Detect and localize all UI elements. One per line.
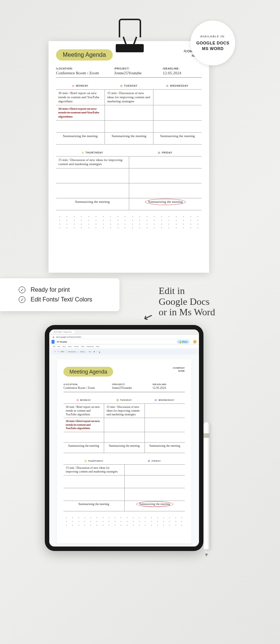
deadline-value: 12.05.2024 bbox=[163, 71, 202, 75]
annotation-text: Edit in Google Docs or in Ms Word bbox=[159, 286, 215, 318]
location-value: Conference Room / Zoom bbox=[56, 71, 114, 75]
fri-summary: Summarizing the meeting bbox=[129, 198, 202, 210]
badge-available-label: AVAILABLE IN: bbox=[200, 35, 225, 38]
location-label: /LOCATION: bbox=[56, 67, 114, 70]
browser-tabs: A4 Template - Google Docs bbox=[49, 329, 199, 335]
check-icon: ✓ bbox=[19, 287, 25, 293]
project-value: Jonne25Youtube bbox=[114, 71, 163, 75]
wed-summary: Summarizing the meeting bbox=[153, 132, 202, 144]
gdocs-canvas: Meeting Agenda /COMPANY NAME /LOCATION:C… bbox=[49, 355, 199, 547]
mon-summary: Summarizing the meeting bbox=[56, 132, 105, 144]
url-bar[interactable]: 🔒 docs.google.com/document/d/... bbox=[49, 335, 199, 339]
menu-insert[interactable]: Insert bbox=[68, 346, 72, 347]
gdocs-menu: File Edit View Insert Format Tools Exten… bbox=[49, 344, 199, 348]
thu-cell-1: 15 min / Discussion of new ideas for imp… bbox=[56, 156, 129, 168]
project-label: /PROJECT: bbox=[114, 67, 163, 70]
mon-cell-1: 30 min / Brief report on new trends in c… bbox=[56, 89, 105, 105]
wed-cell-1 bbox=[153, 89, 202, 105]
feature-print: ✓ Ready for print bbox=[19, 285, 111, 295]
tablet-screen: A4 Template - Google Docs 🔒 docs.google.… bbox=[49, 329, 199, 547]
tue-summary: Summarizing the meeting bbox=[105, 132, 153, 144]
feature-edit: ✓ Edit Fonts/ Text/ Colors bbox=[19, 295, 111, 304]
gdocs-page[interactable]: Meeting Agenda /COMPANY NAME /LOCATION:C… bbox=[57, 359, 192, 544]
browser-tab[interactable]: A4 Template - Google Docs bbox=[52, 330, 74, 334]
menu-file[interactable]: File bbox=[53, 346, 55, 347]
tablet-mockup: A4 Template - Google Docs 🔒 docs.google.… bbox=[45, 325, 203, 551]
binder-clip bbox=[116, 19, 144, 50]
dots-grid bbox=[56, 216, 202, 228]
deadline-label: /DEADLINE: bbox=[163, 67, 202, 70]
badge-apps: GOOGLE DOCS MS WORD bbox=[196, 40, 230, 51]
menu-format[interactable]: Format bbox=[74, 346, 79, 347]
menu-edit[interactable]: Edit bbox=[57, 346, 60, 347]
agenda-paper: Meeting Agenda /COMPANY NAME /LOCATION: … bbox=[49, 41, 209, 273]
menu-tools[interactable]: Tools bbox=[81, 346, 84, 347]
thu-summary: Summarizing the meeting bbox=[56, 198, 129, 210]
week-grid-1: MONDAY TUESDAY WEDNESDAY 30 min / Brief … bbox=[56, 82, 202, 145]
arrow-icon: ↙ bbox=[142, 309, 155, 324]
menu-help[interactable]: Help bbox=[96, 346, 99, 347]
gdocs-icon bbox=[52, 340, 55, 344]
gdocs-doc-title[interactable]: A4 Template bbox=[57, 341, 67, 343]
share-button[interactable]: 🔒 Share bbox=[177, 340, 189, 344]
mon-cell-2: 30 min / Brief report on new trends in c… bbox=[56, 105, 105, 120]
tue-cell-1: 15 min / Discussion of new ideas for imp… bbox=[105, 89, 153, 105]
apple-pencil bbox=[203, 422, 209, 568]
menu-extensions[interactable]: Extensions bbox=[87, 346, 94, 347]
availability-badge: AVAILABLE IN: GOOGLE DOCS MS WORD bbox=[190, 21, 235, 65]
gdocs-header: A4 Template 🔒 Share Y bbox=[49, 339, 199, 344]
feature-card: ✓ Ready for print ✓ Edit Fonts/ Text/ Co… bbox=[0, 278, 119, 311]
menu-view[interactable]: View bbox=[62, 346, 66, 347]
gdocs-format-toolbar: ↶↷ 100%| Normal text| Urbani... − 10 + B… bbox=[52, 349, 197, 354]
agenda-title: Meeting Agenda bbox=[56, 49, 113, 61]
avatar[interactable]: Y bbox=[193, 340, 197, 344]
week-grid-2: THURTHDAY FRIDAY 15 min / Discussion of … bbox=[56, 149, 202, 210]
meta-row: /LOCATION: Conference Room / Zoom /PROJE… bbox=[56, 67, 202, 78]
dots-grid-2 bbox=[63, 517, 185, 526]
check-icon: ✓ bbox=[19, 296, 25, 303]
